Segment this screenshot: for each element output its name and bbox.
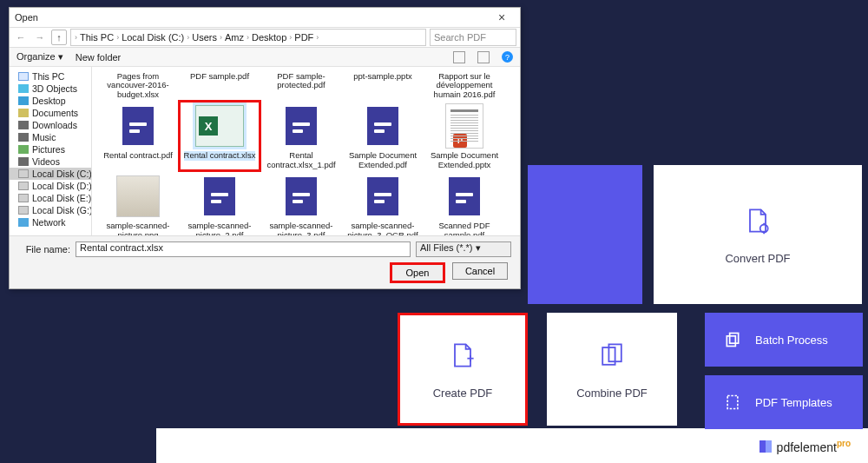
dialog-title: Open [15, 12, 489, 23]
breadcrumb-segment[interactable]: PDF [294, 32, 313, 43]
file-open-dialog: Open × ← → ↑ ›This PC›Local Disk (C:)›Us… [9, 7, 521, 289]
accent-panel [528, 165, 642, 304]
file-item[interactable]: PSample Document Extended.pptx [424, 101, 505, 171]
organize-menu[interactable]: Organize ▾ [16, 51, 63, 63]
tree-item[interactable]: Local Disk (C:) [10, 168, 91, 180]
tree-item[interactable]: Network [10, 216, 91, 228]
file-item[interactable]: PDF sample.pdf [179, 69, 260, 101]
file-item[interactable]: Sample Document Extended.pdf [342, 101, 424, 171]
tree-item[interactable]: Videos [10, 155, 91, 168]
file-item[interactable]: Rental contract.pdf [97, 101, 179, 171]
tree-item[interactable]: Music [10, 131, 91, 143]
dialog-titlebar: Open × [10, 8, 520, 27]
filename-label: File name: [18, 244, 70, 255]
tree-item[interactable]: Documents [10, 107, 91, 119]
file-item[interactable]: PDF sample-protected.pdf [260, 69, 342, 101]
tree-item[interactable]: Local Disk (D:) [10, 180, 91, 192]
create-icon [447, 340, 478, 371]
filename-input[interactable]: Rental contract.xlsx [76, 241, 411, 257]
file-item[interactable]: sample-scanned-picture_3.pdf [260, 171, 342, 235]
address-bar: ← → ↑ ›This PC›Local Disk (C:)›Users›Amz… [10, 27, 520, 48]
convert-label: Convert PDF [725, 252, 790, 265]
file-item[interactable]: Rental contract.xlsx [179, 101, 260, 171]
branding: pdfelementpro [760, 439, 851, 454]
folder-tree: This PC3D ObjectsDesktopDocumentsDownloa… [10, 67, 92, 235]
batch-label: Batch Process [755, 334, 828, 347]
filetype-select[interactable]: All Files (*.*) ▾ [416, 241, 511, 257]
file-item[interactable]: sample-scanned-picture_3_OCR.pdf [342, 171, 424, 235]
templates-icon [724, 394, 741, 411]
tree-item[interactable]: 3D Objects [10, 83, 91, 95]
tree-item[interactable]: This PC [10, 70, 91, 83]
close-button[interactable]: × [489, 10, 515, 24]
dialog-footer: File name: Rental contract.xlsx All File… [10, 235, 520, 288]
templates-card[interactable]: PDF Templates [705, 375, 863, 429]
combine-icon [596, 340, 628, 371]
dialog-toolbar: Organize ▾ New folder ? [10, 48, 520, 67]
svg-rect-3 [727, 336, 735, 347]
file-grid: Pages from vancouver-2016-budget.xlsxPDF… [92, 67, 520, 235]
file-item[interactable]: Rental contract.xlsx_1.pdf [260, 101, 342, 171]
brand-text: pdfelementpro [777, 439, 851, 454]
file-item[interactable]: sample-scanned-picture.png [97, 171, 179, 235]
create-pdf-card[interactable]: Create PDF [398, 313, 528, 426]
cancel-button[interactable]: Cancel [452, 262, 508, 280]
convert-pdf-card[interactable]: Convert PDF [654, 165, 862, 304]
file-item[interactable]: Pages from vancouver-2016-budget.xlsx [97, 69, 179, 101]
new-folder-button[interactable]: New folder [76, 52, 122, 63]
view2-icon[interactable] [477, 51, 490, 63]
breadcrumb-segment[interactable]: Local Disk (C:) [122, 32, 184, 43]
breadcrumb-segment[interactable]: This PC [80, 32, 114, 43]
tree-item[interactable]: Pictures [10, 143, 91, 155]
file-item[interactable]: Rapport sur le développement humain 2016… [424, 69, 505, 101]
file-item[interactable]: Scanned PDF sample.pdf [424, 171, 505, 235]
combine-pdf-card[interactable]: Combine PDF [547, 313, 677, 426]
batch-icon [724, 331, 741, 348]
combine-label: Combine PDF [576, 387, 648, 400]
tree-item[interactable]: Downloads [10, 119, 91, 131]
svg-rect-5 [727, 396, 738, 409]
file-item[interactable]: sample-scanned-picture_2.pdf [179, 171, 260, 235]
file-item[interactable]: ppt-sample.pptx [342, 69, 424, 101]
create-label: Create PDF [433, 387, 493, 400]
convert-icon [742, 205, 773, 236]
view-icon[interactable] [453, 51, 465, 63]
tree-item[interactable]: Desktop [10, 95, 91, 107]
open-button[interactable]: Open [390, 262, 445, 283]
batch-process-card[interactable]: Batch Process [705, 313, 863, 367]
help-icon[interactable]: ? [502, 51, 513, 63]
brand-icon [760, 440, 772, 453]
up-button[interactable]: ↑ [51, 30, 67, 45]
breadcrumb[interactable]: ›This PC›Local Disk (C:)›Users›Amz›Deskt… [70, 29, 426, 46]
breadcrumb-segment[interactable]: Desktop [252, 32, 286, 43]
search-input[interactable]: Search PDF [430, 29, 516, 46]
templates-label: PDF Templates [755, 396, 832, 409]
breadcrumb-segment[interactable]: Amz [225, 32, 244, 43]
forward-button[interactable]: → [32, 30, 48, 45]
breadcrumb-segment[interactable]: Users [192, 32, 217, 43]
tree-item[interactable]: Local Disk (E:) [10, 192, 91, 204]
tree-item[interactable]: Local Disk (G:) [10, 204, 91, 216]
back-button[interactable]: ← [13, 30, 29, 45]
svg-rect-4 [730, 334, 739, 344]
